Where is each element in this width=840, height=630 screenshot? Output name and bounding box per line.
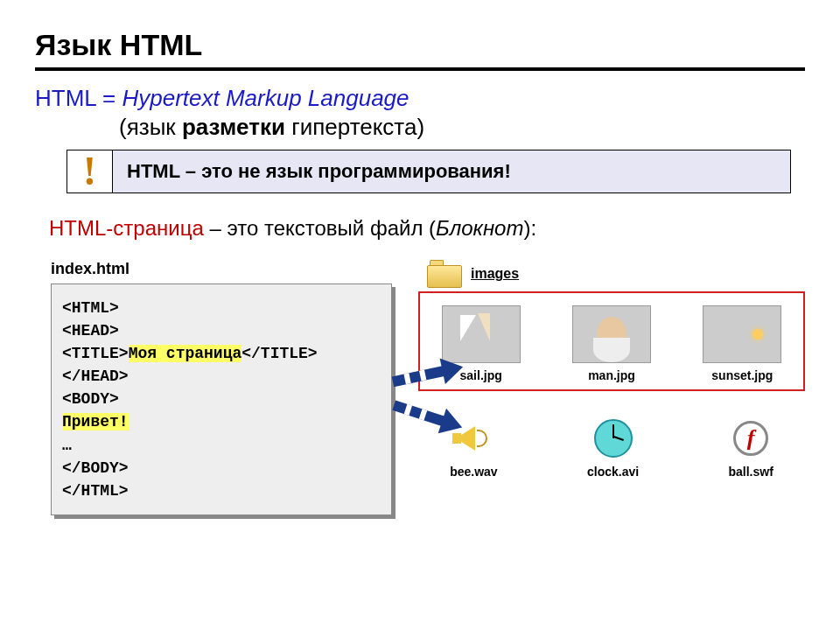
code-column: index.html <HTML> <HEAD> <TITLE>Моя стра… [51,260,392,515]
sail-image [442,305,521,363]
note-box: ! HTML – это не язык программирования! [66,150,791,193]
images-box: sail.jpg man.jpg sunset.jpg [418,291,805,391]
man-caption: man.jpg [588,368,635,382]
folder-icon [427,260,462,288]
code-l3a: <TITLE> [62,345,129,362]
code-l3c: </TITLE> [242,345,317,362]
definition-line-2: (язык разметки гипертекста) [119,114,805,141]
para-italic: Блокнот [436,216,523,240]
paragraph: HTML-страница – это текстовый файл (Блок… [49,216,805,241]
def-expansion: Hypertext Markup Language [122,85,409,111]
code-l9: </HTML> [62,482,129,500]
ball-caption: ball.swf [728,465,773,479]
clock-caption: clock.avi [587,465,639,479]
code-box: <HTML> <HEAD> <TITLE>Моя страница</TITLE… [51,284,392,515]
para-close: ): [523,216,536,240]
bee-caption: bee.wav [450,465,497,479]
note-text: HTML – это не язык программирования! [113,150,790,192]
code-l5: <BODY> [62,390,119,408]
lower-row: index.html <HTML> <HEAD> <TITLE>Моя стра… [51,260,805,515]
code-filename: index.html [51,260,392,278]
clock-icon [592,417,634,459]
man-image [572,305,651,363]
media-clock: clock.avi [587,417,639,479]
code-l4: </HEAD> [62,368,129,385]
flash-icon: f [730,417,772,459]
sunset-image [703,305,781,363]
definition-line-1: HTML = Hypertext Markup Language [35,85,805,112]
code-l3b: Моя страница [129,345,242,362]
def-prefix: HTML = [35,85,122,111]
flash-letter: f [733,421,768,456]
def-trans-open: (язык [119,114,182,140]
code-l6: Привет! [62,413,129,430]
folder-label: images [471,266,519,282]
para-mid: – это текстовый файл ( [204,216,436,240]
para-red: HTML-страница [49,216,204,240]
slide-title: Язык HTML [35,28,805,71]
code-l1: <HTML> [62,299,119,317]
folder-row: images [427,260,805,288]
code-l8: </BODY> [62,459,129,477]
code-l2: <HEAD> [62,322,119,340]
right-column: images sail.jpg man.jpg sunset.jpg [418,260,805,515]
def-trans-close: гипертекста) [285,114,424,140]
media-ball: f ball.swf [728,417,773,479]
code-l7: … [62,437,72,454]
thumb-sunset: sunset.jpg [703,305,781,382]
thumb-man: man.jpg [572,305,651,382]
exclamation-icon: ! [67,150,113,192]
media-row: bee.wav clock.avi f ball.swf [418,417,805,479]
sunset-caption: sunset.jpg [711,368,773,382]
def-trans-bold: разметки [182,114,285,140]
